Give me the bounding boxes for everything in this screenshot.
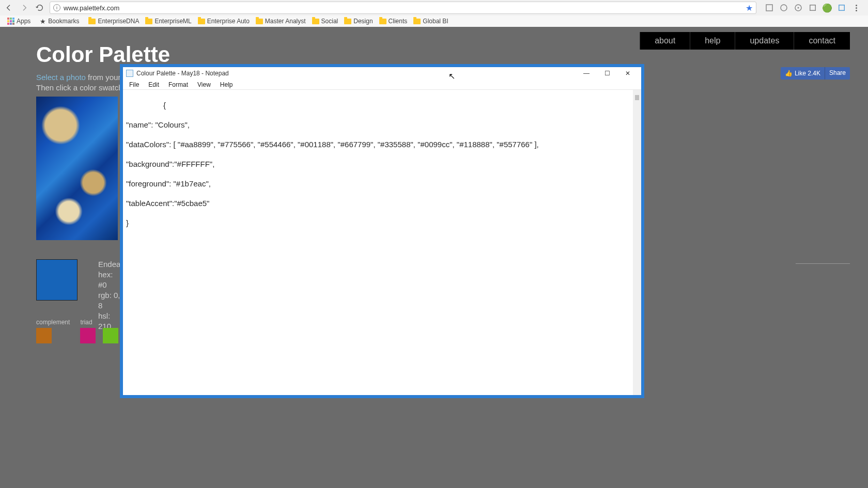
svg-rect-5 bbox=[839, 5, 845, 11]
folder-icon bbox=[312, 19, 319, 24]
svg-point-3 bbox=[798, 7, 799, 9]
folder-icon bbox=[198, 19, 205, 24]
site-title: Color Palette bbox=[36, 42, 170, 67]
uploaded-photo[interactable] bbox=[36, 97, 118, 240]
apps-label: Apps bbox=[17, 18, 30, 25]
bookmarks-bar: Apps ★ Bookmarks EnterpriseDNAEnterprise… bbox=[0, 15, 868, 27]
notepad-window: Colour Palette - May18 - Notepad — ☐ ✕ F… bbox=[120, 64, 644, 398]
complement-label: complement bbox=[36, 319, 70, 326]
color-name: Endea bbox=[98, 259, 120, 270]
subtitle-highlight: Select a photo bbox=[36, 73, 86, 82]
selected-swatch[interactable] bbox=[36, 259, 78, 301]
svg-point-1 bbox=[781, 5, 787, 11]
star-icon: ★ bbox=[40, 18, 46, 25]
extension-icon-1[interactable] bbox=[765, 3, 774, 12]
scrollbar[interactable] bbox=[633, 90, 641, 395]
svg-rect-4 bbox=[810, 5, 816, 11]
bookmarks-label: Bookmarks bbox=[48, 18, 79, 25]
close-button[interactable]: ✕ bbox=[617, 67, 638, 80]
menu-help[interactable]: Help bbox=[216, 80, 237, 89]
notepad-menubar: FileEditFormatViewHelp bbox=[123, 80, 641, 90]
extension-icon-5[interactable]: 🟢 bbox=[823, 3, 832, 12]
nav-help[interactable]: help bbox=[690, 32, 735, 50]
notepad-icon bbox=[126, 70, 133, 77]
site-nav: abouthelpupdatescontact bbox=[640, 32, 850, 50]
bookmark-folder[interactable]: EnterpriseML bbox=[142, 18, 194, 25]
swatch-detail: Endea hex: #0 rgb: 0, 8 hsl: 210 complem… bbox=[36, 259, 78, 301]
folder-icon bbox=[344, 19, 351, 24]
menu-file[interactable]: File bbox=[125, 80, 143, 89]
info-icon: i bbox=[53, 4, 60, 11]
page-body: abouthelpupdatescontact Color Palette Se… bbox=[0, 27, 868, 488]
url-bar[interactable]: i www.palettefx.com ★ bbox=[50, 2, 756, 14]
menu-format[interactable]: Format bbox=[164, 80, 192, 89]
extension-icon-4[interactable] bbox=[808, 3, 817, 12]
menu-edit[interactable]: Edit bbox=[144, 80, 163, 89]
extension-icon-3[interactable] bbox=[794, 3, 803, 12]
notepad-textarea[interactable]: { "name": "Colours", "dataColors": [ "#a… bbox=[123, 90, 641, 395]
browser-chrome: i www.palettefx.com ★ 🟢 Apps ★ Bookmarks… bbox=[0, 0, 868, 27]
menu-view[interactable]: View bbox=[193, 80, 215, 89]
nav-about[interactable]: about bbox=[640, 32, 690, 50]
bookmark-star-icon[interactable]: ★ bbox=[746, 3, 753, 13]
bookmarks-folder[interactable]: ★ Bookmarks bbox=[37, 18, 82, 25]
complement-swatch[interactable] bbox=[36, 328, 52, 343]
notepad-title: Colour Palette - May18 - Notepad bbox=[136, 70, 576, 77]
triad-col: triad bbox=[80, 319, 118, 343]
bookmark-folder[interactable]: Enterprise Auto bbox=[195, 18, 253, 25]
site-subtitle: Select a photo from your de Then click a… bbox=[36, 72, 131, 93]
color-hex: hex: #0 bbox=[98, 270, 120, 290]
folder-icon bbox=[379, 19, 386, 24]
svg-rect-0 bbox=[766, 5, 772, 11]
bookmark-folder[interactable]: Master Analyst bbox=[253, 18, 309, 25]
facebook-widget: 👍 Like 2.4K Share bbox=[781, 67, 850, 80]
forward-button[interactable] bbox=[19, 2, 30, 13]
bookmark-folder[interactable]: EnterpriseDNA bbox=[85, 18, 142, 25]
triad-swatch-1[interactable] bbox=[80, 328, 96, 343]
folder-icon bbox=[413, 19, 421, 24]
bookmark-folder[interactable]: Social bbox=[309, 18, 342, 25]
triad-label: triad bbox=[80, 319, 118, 326]
bookmark-folder[interactable]: Clients bbox=[376, 18, 411, 25]
color-rgb: rgb: 0, 8 bbox=[98, 290, 120, 311]
minimize-button[interactable]: — bbox=[576, 67, 597, 80]
bookmark-folder[interactable]: Global BI bbox=[410, 18, 451, 25]
fb-like-button[interactable]: 👍 Like 2.4K bbox=[781, 67, 825, 80]
bookmark-folder[interactable]: Design bbox=[341, 18, 376, 25]
complement-col: complement bbox=[36, 319, 70, 343]
notepad-content: { "name": "Colours", "dataColors": [ "#a… bbox=[126, 101, 539, 227]
apps-icon bbox=[7, 18, 14, 25]
nav-updates[interactable]: updates bbox=[735, 32, 794, 50]
nav-contact[interactable]: contact bbox=[794, 32, 850, 50]
extension-icon-2[interactable] bbox=[779, 3, 788, 12]
apps-button[interactable]: Apps bbox=[4, 18, 34, 25]
browser-menu-button[interactable] bbox=[851, 3, 861, 12]
maximize-button[interactable]: ☐ bbox=[597, 67, 617, 80]
sidebar-divider bbox=[796, 263, 850, 264]
folder-icon bbox=[145, 19, 152, 24]
notepad-titlebar[interactable]: Colour Palette - May18 - Notepad — ☐ ✕ bbox=[123, 67, 641, 80]
back-button[interactable] bbox=[3, 2, 14, 13]
triad-swatch-2[interactable] bbox=[103, 328, 118, 343]
reload-button[interactable] bbox=[34, 2, 45, 13]
folder-icon bbox=[88, 19, 96, 24]
fb-share-button[interactable]: Share bbox=[825, 67, 850, 80]
extension-icon-6[interactable] bbox=[837, 3, 846, 12]
folder-icon bbox=[256, 19, 263, 24]
url-text: www.palettefx.com bbox=[64, 4, 119, 12]
